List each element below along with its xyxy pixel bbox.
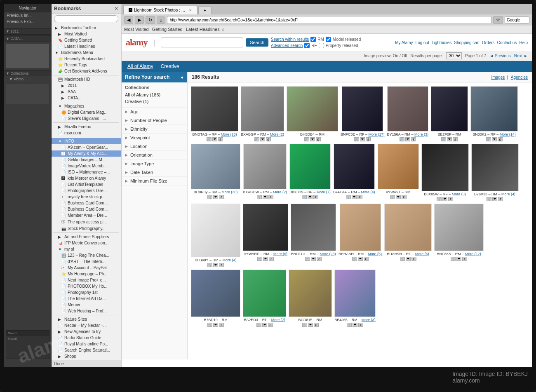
bm-dart[interactable]: 📄 d'ART – The Intern... [52, 258, 121, 265]
image-item[interactable]: BC9R0y – RM – More (30)🛒❤£ [191, 144, 240, 201]
image-item[interactable]: BXABHW – RM – More (2)🛒❤£ [243, 144, 287, 201]
bm-info-folder[interactable]: ▼ INFO [52, 138, 121, 144]
image-item[interactable]: BN30K2 – RF – More (14)🛒❤£ [470, 86, 518, 141]
bm-homepage[interactable]: ⭐ My Homepage – Ph... [52, 271, 121, 277]
filter-orientation[interactable]: ▶ Orientation [122, 151, 187, 160]
browser-tab-active[interactable]: 🅰 Lightroom Stock Photos : 186 Ima... ✕ [123, 6, 197, 14]
lr-photos-item[interactable]: ▼ Photo... [4, 76, 51, 82]
creative-item[interactable]: Creative (1) [125, 98, 184, 105]
image-action-icon[interactable]: 🛒 [354, 137, 359, 141]
home-btn[interactable]: ⌂ [157, 16, 165, 24]
lr-import-btn[interactable]: Import [6, 336, 49, 341]
image-action-icon[interactable]: £ [314, 323, 319, 327]
image-action-icon[interactable]: 🛒 [390, 195, 395, 199]
tab-close-btn[interactable]: ✕ [189, 8, 192, 12]
bm-digital-camera[interactable]: 🟠 Digital Camera Mag... [52, 109, 121, 115]
image-action-icon[interactable]: £ [411, 257, 416, 261]
image-item[interactable]: BH5DB4 – RM🛒❤£ [287, 86, 338, 141]
bm-royal-mail[interactable]: 📄 Royal Mail's online Po... [52, 341, 121, 347]
image-action-icon[interactable]: £ [219, 195, 224, 199]
filter-min-size[interactable]: ▶ Minimum File Size [122, 177, 187, 185]
lr-nav-prev-import[interactable]: Previous Im... [4, 12, 51, 19]
bm-business1[interactable]: 📄 Business Card Com... [52, 200, 121, 206]
bm-recently-bookmarked[interactable]: ⭐ Recently Bookmarked [52, 56, 121, 62]
bm-photography1[interactable]: 📄 Photography 1st [52, 289, 121, 296]
bm-kris[interactable]: 🅰 kris Mercer on Alamy [52, 175, 121, 181]
bookmarks-search-input[interactable] [54, 15, 118, 22]
bm-toolbar-folder[interactable]: ▶ Bookmarks Toolbar [52, 25, 121, 31]
image-action-icon[interactable]: £ [313, 195, 318, 199]
image-action-icon[interactable]: ❤ [353, 323, 357, 327]
filter-ethnicity[interactable]: ▶ Ethnicity [122, 125, 187, 134]
image-item[interactable]: BNFC0E – RF – More (17)🛒❤£ [341, 86, 385, 141]
bm-art-frame[interactable]: ▶ Art and Frame Suppliers [52, 234, 121, 240]
agencies-link[interactable]: Agencies [511, 75, 528, 80]
image-thumbnail[interactable] [243, 270, 286, 317]
all-of-alamy-item[interactable]: All of Alamy (186) [125, 92, 184, 98]
subnav-all-alamy[interactable]: All of Alamy [126, 63, 155, 70]
address-bar[interactable] [167, 16, 491, 24]
image-action-icon[interactable]: £ [453, 137, 458, 141]
bm-my-alamy[interactable]: 🅰 My Alamy & My Acc... [52, 150, 121, 157]
image-action-icon[interactable]: 🛒 [302, 323, 307, 327]
shopping-cart-link[interactable]: Shopping cart [454, 40, 480, 45]
filter-viewpoint[interactable]: ▶ Viewpoint [122, 134, 187, 142]
images-link[interactable]: Images [491, 75, 505, 80]
image-item[interactable]: BNFAK5 – RM – More (17)🛒❤£ [434, 204, 484, 267]
image-thumbnail[interactable] [243, 144, 287, 189]
image-action-icon[interactable]: ❤ [311, 257, 316, 261]
image-action-icon[interactable]: ❤ [263, 195, 268, 199]
image-action-icon[interactable]: 🛒 [441, 137, 446, 141]
image-action-icon[interactable]: 🛒 [302, 195, 307, 199]
image-item[interactable]: BE2F0P – RM🛒❤£ [431, 86, 468, 141]
image-action-icon[interactable]: £ [357, 195, 362, 199]
image-action-icon[interactable]: ❤ [456, 257, 461, 261]
bm-gekko[interactable]: 📄 Gekko Images – M... [52, 157, 121, 163]
bm-addon[interactable]: 🧩 Get Bookmark Add-ons [52, 68, 121, 74]
model-released-checkbox[interactable] [326, 37, 331, 42]
image-action-icon[interactable]: ❤ [213, 263, 218, 267]
bm-web-hosting[interactable]: 📄 Web Hosting – Prof... [52, 308, 121, 314]
image-thumbnail[interactable] [191, 270, 240, 317]
lr-nav-prev-export[interactable]: Previous Exp... [4, 19, 51, 25]
bm-internet-art[interactable]: 📄 The Internet Art Da... [52, 296, 121, 302]
image-action-icon[interactable]: ❤ [263, 257, 268, 261]
alamy-search-btn[interactable]: Search [246, 38, 268, 47]
refresh-btn[interactable]: ↻ [146, 16, 155, 24]
image-thumbnail[interactable] [471, 144, 519, 191]
image-item[interactable]: B8X3H9 – RF – More (7)🛒❤£ [289, 144, 331, 201]
image-action-icon[interactable]: 🛒 [207, 137, 212, 141]
image-thumbnail[interactable] [191, 144, 240, 189]
image-thumbnail[interactable] [289, 144, 331, 189]
bm-mso[interactable]: 📄 mso.com [52, 130, 121, 136]
filter-date-taken[interactable]: ▶ Date Taken [122, 168, 187, 177]
image-thumbnail[interactable] [287, 86, 338, 131]
image-thumbnail[interactable] [241, 86, 284, 131]
image-action-icon[interactable]: £ [268, 195, 273, 199]
filter-people[interactable]: ▶ Number of People [122, 116, 187, 125]
image-item[interactable]: B7BD19 – RM🛒❤£ [191, 270, 240, 327]
back-btn[interactable]: ◀ [124, 16, 133, 24]
image-thumbnail[interactable] [243, 204, 288, 251]
image-action-icon[interactable]: 🛒 [400, 137, 404, 141]
image-item[interactable]: B0B48Y – RM – More (4)🛒❤£ [191, 204, 240, 267]
bm-magazines[interactable]: ▼ Magazines [52, 103, 121, 109]
image-thumbnail[interactable] [434, 204, 484, 251]
contact-link[interactable]: Contact us [497, 40, 517, 45]
filter-image-type[interactable]: ▶ Image Type [122, 160, 187, 168]
image-action-icon[interactable]: ❤ [358, 257, 363, 261]
image-action-icon[interactable]: ❤ [310, 137, 315, 141]
alamy-search-input[interactable] [161, 38, 243, 47]
image-thumbnail[interactable] [342, 86, 383, 131]
bm-new-agencies[interactable]: ▶ New Agencies to try [52, 329, 121, 335]
bm-menu-folder[interactable]: ▼ Bookmarks Menu [52, 49, 121, 56]
image-action-icon[interactable]: £ [218, 137, 223, 141]
image-action-icon[interactable]: £ [448, 197, 453, 201]
bm-recent-tags[interactable]: ⭐ Recent Tags [52, 62, 121, 68]
image-action-icon[interactable]: £ [316, 137, 321, 141]
image-item[interactable]: BNDTC1 – RM – More (23)🛒❤£ [291, 204, 336, 267]
image-thumbnail[interactable] [191, 86, 238, 131]
image-action-icon[interactable]: £ [358, 323, 363, 327]
image-thumbnail[interactable] [387, 86, 428, 131]
image-action-icon[interactable]: £ [317, 257, 322, 261]
